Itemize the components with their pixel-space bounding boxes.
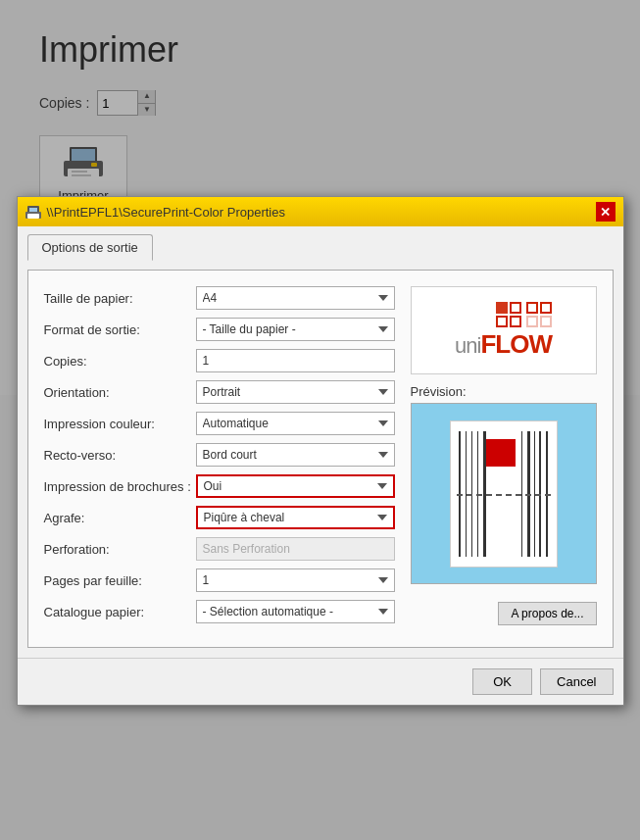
dashed-line xyxy=(457,494,551,496)
dialog-copies-input[interactable] xyxy=(196,349,395,372)
form-section: Taille de papier: A4 Format de sortie: -… xyxy=(44,286,395,631)
format-label: Format de sortie: xyxy=(44,322,196,337)
taille-select[interactable]: A4 xyxy=(196,286,395,310)
impression-brochures-select[interactable]: Oui xyxy=(196,474,395,498)
dialog-close-button[interactable]: ✕ xyxy=(596,202,615,222)
uniflow-logo-content: uni FLOW xyxy=(455,302,552,360)
recto-verso-select[interactable]: Bord court xyxy=(196,443,395,467)
form-row-impression-brochures: Impression de brochures : Oui xyxy=(44,474,395,498)
uniflow-icon-group xyxy=(455,302,552,327)
preview-page xyxy=(450,420,558,568)
form-row-agrafe: Agrafe: Piqûre à cheval xyxy=(44,506,395,529)
uniflow-wordmark: uni FLOW xyxy=(455,329,552,360)
taille-label: Taille de papier: xyxy=(44,291,196,306)
tab-content-area: Taille de papier: A4 Format de sortie: -… xyxy=(18,270,623,658)
catalogue-label: Catalogue papier: xyxy=(44,605,196,619)
cancel-button[interactable]: Cancel xyxy=(540,668,613,695)
form-row-perforation: Perforation: Sans Perforation xyxy=(44,537,395,561)
impression-couleur-select[interactable]: Automatique xyxy=(196,412,395,435)
dialog-titlebar: \\PrintEPFL1\SecurePrint-Color Propertie… xyxy=(18,197,623,226)
form-row-copies: Copies: xyxy=(44,349,395,372)
form-row-impression-couleur: Impression couleur: Automatique xyxy=(44,412,395,435)
agrafe-label: Agrafe: xyxy=(44,511,196,525)
uniflow-logo: uni FLOW xyxy=(411,286,597,374)
pages-par-feuille-select[interactable]: 1 xyxy=(196,568,395,592)
svg-rect-15 xyxy=(27,214,39,219)
impression-couleur-label: Impression couleur: xyxy=(44,417,196,431)
form-row-recto-verso: Recto-verso: Bord court xyxy=(44,443,395,467)
form-row-taille: Taille de papier: A4 xyxy=(44,286,395,310)
pages-par-feuille-label: Pages par feuille: xyxy=(44,573,196,588)
catalogue-select[interactable]: - Sélection automatique - xyxy=(196,600,395,623)
right-panel: uni FLOW Prévision: xyxy=(411,286,597,631)
orientation-select[interactable]: Portrait xyxy=(196,380,395,404)
tab-content: Taille de papier: A4 Format de sortie: -… xyxy=(27,270,614,648)
preview-section: Prévision: xyxy=(411,384,597,584)
red-square xyxy=(486,439,516,467)
orientation-label: Orientation: xyxy=(44,385,196,400)
preview-box xyxy=(411,403,597,584)
perforation-select[interactable]: Sans Perforation xyxy=(196,537,395,561)
tab-strip: Options de sortie xyxy=(27,234,614,260)
preview-label: Prévision: xyxy=(411,384,597,399)
properties-dialog: \\PrintEPFL1\SecurePrint-Color Propertie… xyxy=(17,196,624,706)
modal-overlay: \\PrintEPFL1\SecurePrint-Color Propertie… xyxy=(0,0,640,840)
perforation-label: Perforation: xyxy=(44,542,196,557)
form-row-orientation: Orientation: Portrait xyxy=(44,380,395,404)
format-select[interactable]: - Taille du papier - xyxy=(196,318,395,341)
form-row-pages: Pages par feuille: 1 xyxy=(44,568,395,592)
ok-button[interactable]: OK xyxy=(472,668,532,695)
form-row-format: Format de sortie: - Taille du papier - xyxy=(44,318,395,341)
dialog-title: \\PrintEPFL1\SecurePrint-Color Propertie… xyxy=(47,205,590,220)
about-button[interactable]: A propos de... xyxy=(498,602,596,625)
agrafe-select[interactable]: Piqûre à cheval xyxy=(196,506,395,529)
impression-brochures-label: Impression de brochures : xyxy=(44,479,196,494)
tab-options-de-sortie[interactable]: Options de sortie xyxy=(27,234,153,261)
dialog-footer: OK Cancel xyxy=(18,658,623,705)
tab-area: Options de sortie xyxy=(18,226,623,260)
dialog-copies-label: Copies: xyxy=(44,354,196,369)
form-row-catalogue: Catalogue papier: - Sélection automatiqu… xyxy=(44,600,395,623)
dialog-title-icon xyxy=(25,204,41,220)
about-area: A propos de... xyxy=(411,602,597,625)
recto-verso-label: Recto-verso: xyxy=(44,448,196,463)
